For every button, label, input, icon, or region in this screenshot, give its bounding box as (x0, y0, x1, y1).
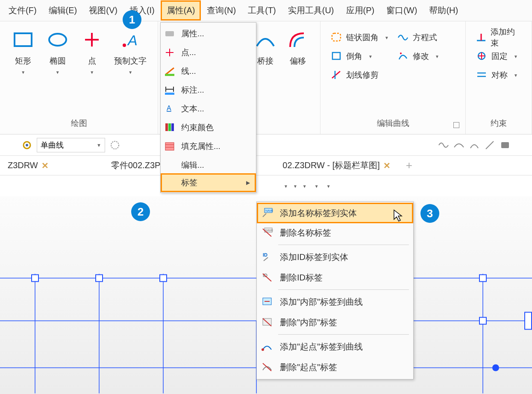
del-name-icon: NAME (261, 227, 273, 238)
ribbon-point[interactable]: 点▼ (75, 25, 109, 115)
dropdown-label[interactable]: 标签 ▶ (161, 173, 256, 192)
menu-file[interactable]: 文件(F) (3, 0, 43, 20)
ribbon-fixed[interactable]: 固定▼ (472, 47, 526, 66)
submenu-separator (278, 334, 409, 335)
tab-z3drw[interactable]: Z3DRW✕ (0, 161, 56, 171)
svg-text:ID: ID (263, 252, 267, 257)
submenu-add-inner-label[interactable]: 添加"内部"标签到曲线 (257, 292, 413, 312)
svg-rect-69 (165, 123, 168, 131)
ribbon-chamfer-label: 倒角 (346, 51, 362, 62)
bridge-icon (254, 29, 276, 51)
ribbon-offset[interactable]: 偏移 (282, 25, 314, 115)
menu-tool[interactable]: 工具(T) (242, 0, 282, 20)
point-attr-icon (164, 47, 175, 58)
chamfer-icon (331, 51, 342, 62)
wave1-icon[interactable] (438, 140, 449, 151)
tab-part002[interactable]: 零件002.Z3P (103, 160, 168, 171)
svg-point-17 (26, 144, 28, 146)
submenu-del-inner-label[interactable]: 删除"内部"标签 (257, 312, 413, 333)
equation-icon (397, 32, 409, 43)
svg-point-1 (49, 34, 66, 46)
dropdown-point[interactable]: 点... (161, 43, 256, 62)
dropdown-constraint-color[interactable]: 约束颜色 (161, 118, 256, 137)
tab-close-icon[interactable]: ✕ (41, 161, 49, 171)
menu-attributes[interactable]: 属性(A) (161, 0, 201, 20)
line-attr-icon (164, 66, 175, 76)
ribbon-addconstraint[interactable]: 添加约束 (472, 28, 526, 47)
del-inner-icon (261, 317, 273, 328)
ribbon-group-editcurve: 编辑曲线 (326, 115, 459, 133)
tab-titleblock[interactable]: 02.Z3DRW - [标题栏草图]✕ (275, 160, 398, 171)
wave2-icon[interactable] (453, 140, 464, 151)
fill-attr-icon (164, 141, 175, 152)
dropdown-text[interactable]: A 文本... (161, 99, 256, 118)
svg-rect-71 (171, 123, 174, 131)
menu-utility[interactable]: 实用工具(U) (282, 0, 340, 20)
ribbon-modify-label: 修改 (413, 51, 429, 62)
offset-icon (287, 29, 309, 51)
ribbon-symmetry[interactable]: 对称▼ (472, 66, 526, 85)
properties-icon (164, 29, 175, 39)
submenu-add-start-label[interactable]: 添加"起点"标签到曲线 (257, 336, 413, 357)
ribbon-chainfillet[interactable]: 链状圆角▼ (326, 28, 393, 47)
ellipse-icon (47, 29, 69, 51)
menu-query[interactable]: 查询(N) (201, 0, 242, 20)
tab-new[interactable]: + (398, 159, 420, 172)
ribbon-modify[interactable]: 修改▼ (393, 47, 444, 66)
gear-icon[interactable] (21, 140, 32, 151)
ribbon-ellipse-label: 椭圆 (50, 55, 66, 67)
ribbon-trimline-label: 划线修剪 (346, 70, 379, 81)
ribbon-pretext-label: 预制文字 (114, 55, 147, 67)
settings-icon[interactable] (109, 140, 121, 151)
arc-icon[interactable] (469, 140, 480, 151)
submenu-arrow-icon: ▶ (246, 180, 250, 186)
svg-rect-53 (160, 275, 167, 282)
ribbon-offset-label: 偏移 (290, 55, 306, 67)
callout-badge-2: 2 (131, 202, 150, 221)
dropdown-properties[interactable]: 属性... (161, 24, 256, 43)
del-id-icon: ID (261, 272, 273, 283)
add-start-icon (261, 341, 273, 352)
curve-select-value: 单曲线 (41, 140, 64, 150)
menu-help[interactable]: 帮助(H) (423, 0, 464, 20)
ribbon-group-draw: 绘图 (6, 115, 152, 133)
svg-point-18 (111, 141, 119, 149)
mini-toolbar: xy ▼ ▼ ▼ ▼ ▼ (0, 175, 532, 197)
tab-close-icon[interactable]: ✕ (383, 161, 391, 171)
submenu-add-id-label[interactable]: ID 添加ID标签到实体 (257, 247, 413, 267)
expand-icon[interactable] (453, 122, 459, 128)
ribbon-pretext[interactable]: A 预制文字▼ (109, 25, 152, 115)
svg-rect-63 (165, 74, 174, 76)
submenu-del-start-label[interactable]: 删除"起点"标签 (257, 357, 413, 377)
svg-text:NAME: NAME (265, 229, 273, 232)
ribbon-trimline[interactable]: 划线修剪 (326, 66, 393, 85)
menu-window[interactable]: 窗口(W) (380, 0, 423, 20)
del-start-icon (261, 362, 273, 373)
svg-rect-54 (479, 275, 486, 282)
svg-rect-52 (96, 275, 103, 282)
ribbon-equation-label: 方程式 (413, 32, 437, 43)
submenu-del-id-label[interactable]: ID 删除ID标签 (257, 267, 413, 288)
menu-edit[interactable]: 编辑(E) (43, 0, 83, 20)
ribbon-ellipse[interactable]: 椭圆▼ (40, 25, 74, 115)
book-icon[interactable] (500, 140, 511, 151)
ribbon-rect[interactable]: 矩形▼ (6, 25, 40, 115)
dropdown-fill-attr[interactable]: 填充属性... (161, 137, 256, 156)
quick-toolbar: 单曲线▼ (0, 134, 532, 156)
ribbon-equation[interactable]: 方程式 (393, 28, 444, 47)
menu-view[interactable]: 视图(V) (83, 0, 123, 20)
submenu-del-name-label[interactable]: NAME 删除名称标签 (257, 222, 413, 243)
svg-rect-55 (479, 318, 486, 324)
document-tabs: Z3DRW✕ 零件002.Z3P 02.Z3DRW - [标题栏草图]✕ + (0, 156, 532, 175)
ribbon-rect-label: 矩形 (15, 55, 31, 67)
rect-icon (12, 29, 34, 51)
curve-select[interactable]: 单曲线▼ (37, 138, 105, 152)
line-icon[interactable] (484, 140, 495, 151)
ribbon-chamfer[interactable]: 倒角▼ (326, 47, 393, 66)
menu-app[interactable]: 应用(P) (340, 0, 381, 20)
dropdown-line[interactable]: 线... (161, 62, 256, 81)
submenu-separator (278, 289, 409, 290)
dropdown-edit[interactable]: 编辑... (161, 156, 256, 175)
dropdown-dimension[interactable]: 标注... (161, 81, 256, 99)
submenu-add-name-label[interactable]: NAME 添加名称标签到实体 (257, 203, 413, 223)
